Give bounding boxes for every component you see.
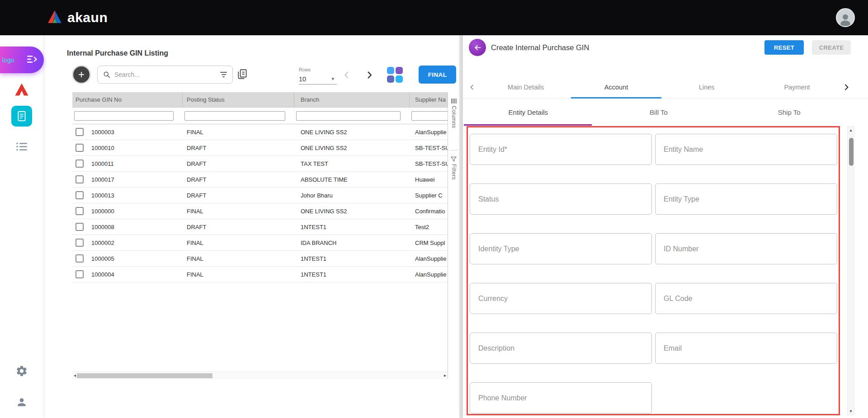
header-posting-status[interactable]: Posting Status — [183, 92, 294, 107]
text-field[interactable]: Identity Type — [470, 233, 652, 264]
subtab-ship-to[interactable]: Ship To — [724, 99, 854, 126]
user-avatar[interactable] — [836, 8, 855, 27]
cell-posting-status: FINAL — [183, 203, 294, 219]
tabs-scroll-right-button[interactable] — [842, 83, 851, 94]
cell-purchase-gin-no: 1000011 — [91, 160, 114, 167]
gear-icon — [15, 365, 28, 377]
next-page-button[interactable] — [364, 70, 374, 82]
text-field[interactable]: Status — [470, 183, 652, 215]
duplicate-pages-button[interactable] — [236, 68, 248, 82]
filter-input-purchase-gin-no[interactable] — [74, 111, 174, 121]
row-checkbox[interactable] — [75, 239, 84, 247]
active-subtab-underline — [464, 124, 592, 126]
search-box[interactable] — [97, 66, 233, 84]
cell-posting-status: FINAL — [183, 124, 294, 140]
cell-posting-status: FINAL — [183, 267, 294, 282]
prev-page-button[interactable] — [342, 70, 352, 82]
scroll-up-arrow-icon[interactable]: ▴ — [849, 128, 852, 132]
add-button[interactable]: + — [72, 65, 91, 84]
horizontal-scroll-thumb[interactable] — [77, 373, 212, 378]
header-supplier-name[interactable]: Supplier Na — [410, 92, 448, 107]
plus-icon: + — [78, 69, 85, 80]
vertical-scroll-thumb[interactable] — [849, 138, 854, 166]
search-icon — [103, 71, 110, 78]
scroll-right-arrow-icon[interactable]: ▸ — [444, 373, 446, 378]
table-row[interactable]: 1000008 DRAFT 1NTEST1 Test2 — [72, 219, 448, 235]
row-checkbox[interactable] — [75, 160, 84, 168]
tab-payment[interactable]: Payment — [752, 84, 842, 91]
menu-arrow-icon — [27, 55, 38, 65]
vertical-scrollbar[interactable]: ▴ ▾ — [847, 126, 854, 415]
filter-input-supplier-name[interactable] — [411, 111, 448, 121]
final-status-button[interactable]: FINAL — [419, 66, 456, 84]
header-purchase-gin-no[interactable]: Purchase GIN No — [72, 92, 183, 107]
cell-supplier-name: AlanSupplie — [410, 267, 448, 282]
sidebar-settings-button[interactable] — [15, 365, 28, 377]
header-branch[interactable]: Branch — [294, 92, 410, 107]
tab-lines[interactable]: Lines — [661, 84, 752, 91]
table-row[interactable]: 1000002 FINAL IDA BRANCH CRM Suppl — [72, 235, 448, 251]
scroll-down-arrow-icon[interactable]: ▾ — [849, 409, 852, 413]
columns-tab-label: Columns — [451, 106, 457, 128]
text-field[interactable]: Entity Name — [655, 134, 837, 165]
table-row[interactable]: 1000010 DRAFT ONE LIVING SS2 SB-TEST-SU — [72, 140, 448, 156]
text-field[interactable]: Phone Number — [470, 382, 652, 413]
filter-list-icon[interactable] — [220, 72, 227, 77]
text-field[interactable]: Entity Id* — [470, 134, 652, 165]
cell-purchase-gin-no: 1000004 — [91, 271, 114, 278]
text-field[interactable]: ID Number — [655, 233, 837, 264]
subtab-bill-to[interactable]: Bill To — [594, 99, 724, 126]
filters-tab[interactable]: Filters — [448, 156, 459, 180]
table-row[interactable]: 1000004 FINAL 1NTEST1 AlanSupplie — [72, 267, 448, 282]
create-button[interactable]: CREATE — [812, 40, 851, 55]
rows-per-page-select[interactable]: Rows 10 ▾ — [299, 67, 337, 85]
filter-input-branch[interactable] — [296, 111, 401, 121]
sidebar-item-listing[interactable] — [16, 142, 28, 151]
rows-label: Rows — [299, 67, 337, 72]
table-row[interactable]: 1000013 DRAFT Johor Bharu Supplier C — [72, 188, 448, 203]
text-field[interactable]: GL Code — [655, 283, 837, 314]
cell-posting-status: DRAFT — [183, 188, 294, 203]
table-row[interactable]: 1000003 FINAL ONE LIVING SS2 AlanSupplie — [72, 124, 448, 140]
table-row[interactable]: 1000005 FINAL 1NTEST1 AlanSupplie — [72, 251, 448, 267]
back-button[interactable] — [469, 39, 486, 56]
sidebar-item-invoice[interactable] — [11, 106, 32, 127]
row-checkbox[interactable] — [75, 270, 84, 278]
search-input[interactable] — [114, 71, 216, 78]
text-field[interactable]: Email — [655, 333, 837, 364]
text-field[interactable]: Currency — [470, 283, 652, 314]
subtab-entity-details[interactable]: Entity Details — [463, 99, 594, 126]
cell-purchase-gin-no: 1000017 — [91, 176, 114, 183]
table-row[interactable]: 1000017 DRAFT ABSOLUTE TIME Huawei — [72, 172, 448, 188]
text-field[interactable]: Entity Type — [655, 183, 837, 215]
text-field[interactable]: Description — [470, 333, 652, 364]
sidebar-logo-chip[interactable]: logo — [0, 47, 44, 73]
row-checkbox[interactable] — [75, 191, 84, 199]
row-checkbox[interactable] — [75, 254, 84, 263]
row-checkbox[interactable] — [75, 223, 84, 231]
reset-button[interactable]: RESET — [764, 40, 804, 55]
tab-main-details[interactable]: Main Details — [481, 84, 571, 91]
columns-tab[interactable]: Columns — [448, 99, 459, 128]
row-checkbox[interactable] — [75, 207, 84, 215]
table-row[interactable]: 1000011 DRAFT TAX TEST SB-TEST-SU — [72, 156, 448, 172]
sidebar-item-pdf[interactable] — [14, 82, 30, 97]
cell-supplier-name: Confirmatio — [410, 203, 448, 219]
tabs-scroll-left-button[interactable] — [463, 83, 481, 91]
apps-grid-button[interactable] — [385, 65, 404, 84]
funnel-icon — [451, 156, 457, 162]
gin-table: Purchase GIN No Posting Status Branch Su… — [72, 92, 448, 282]
row-checkbox[interactable] — [75, 128, 84, 136]
brand[interactable]: akaun — [47, 9, 108, 26]
cell-supplier-name: Supplier C — [410, 188, 448, 203]
table-row[interactable]: 1000000 FINAL ONE LIVING SS2 Confirmatio — [72, 203, 448, 219]
invoice-document-icon — [16, 110, 28, 122]
filter-input-posting-status[interactable] — [184, 111, 285, 121]
tab-account[interactable]: Account — [571, 84, 661, 91]
row-checkbox[interactable] — [75, 144, 84, 152]
sidebar-profile-button[interactable] — [16, 396, 28, 408]
column-grip-icon — [451, 99, 457, 103]
horizontal-scrollbar[interactable]: ◂ ▸ — [72, 371, 448, 379]
scroll-left-arrow-icon[interactable]: ◂ — [74, 373, 76, 378]
row-checkbox[interactable] — [75, 175, 84, 183]
